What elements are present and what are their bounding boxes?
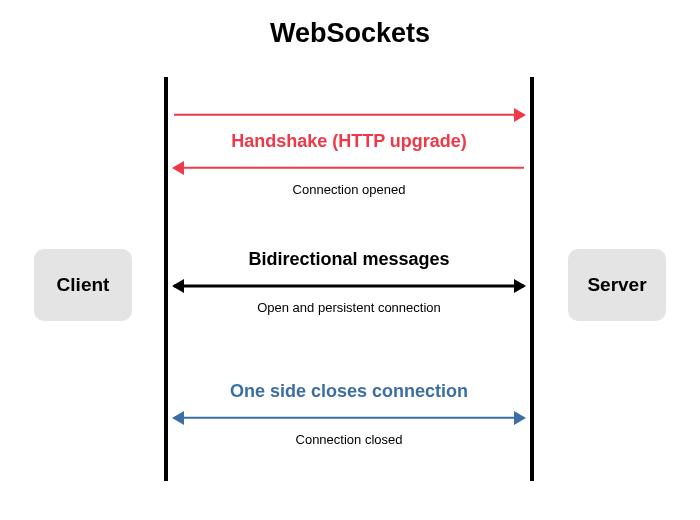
arrowhead-left-icon xyxy=(172,411,184,425)
sequence-diagram: Client Server Handshake (HTTP upgrade) C… xyxy=(0,49,700,509)
arrow-client-to-server xyxy=(174,105,524,125)
arrow-bidirectional xyxy=(174,276,524,296)
endpoint-client: Client xyxy=(34,249,132,321)
lifeline-client xyxy=(164,77,168,481)
arrowhead-left-icon xyxy=(172,161,184,175)
arrow-bidirectional-close xyxy=(174,408,524,428)
phase-messages-label: Bidirectional messages xyxy=(174,249,524,270)
phase-close-label: One side closes connection xyxy=(174,381,524,402)
phase-handshake-label: Handshake (HTTP upgrade) xyxy=(174,131,524,152)
phase-close: One side closes connection Connection cl… xyxy=(174,381,524,447)
arrowhead-right-icon xyxy=(514,108,526,122)
phase-handshake-sub: Connection opened xyxy=(174,182,524,197)
arrow-line-icon xyxy=(174,167,524,169)
lifeline-server xyxy=(530,77,534,481)
phase-handshake: Handshake (HTTP upgrade) Connection open… xyxy=(174,105,524,197)
phase-close-sub: Connection closed xyxy=(174,432,524,447)
phase-messages: Bidirectional messages Open and persiste… xyxy=(174,249,524,315)
arrowhead-right-icon xyxy=(514,279,526,293)
arrow-server-to-client xyxy=(174,158,524,178)
endpoint-client-label: Client xyxy=(57,274,110,296)
arrow-line-icon xyxy=(174,114,524,116)
arrow-line-icon xyxy=(174,417,524,419)
endpoint-server: Server xyxy=(568,249,666,321)
arrowhead-left-icon xyxy=(172,279,184,293)
arrowhead-right-icon xyxy=(514,411,526,425)
phase-messages-sub: Open and persistent connection xyxy=(174,300,524,315)
endpoint-server-label: Server xyxy=(587,274,646,296)
diagram-title: WebSockets xyxy=(0,0,700,49)
arrow-line-icon xyxy=(174,285,524,288)
